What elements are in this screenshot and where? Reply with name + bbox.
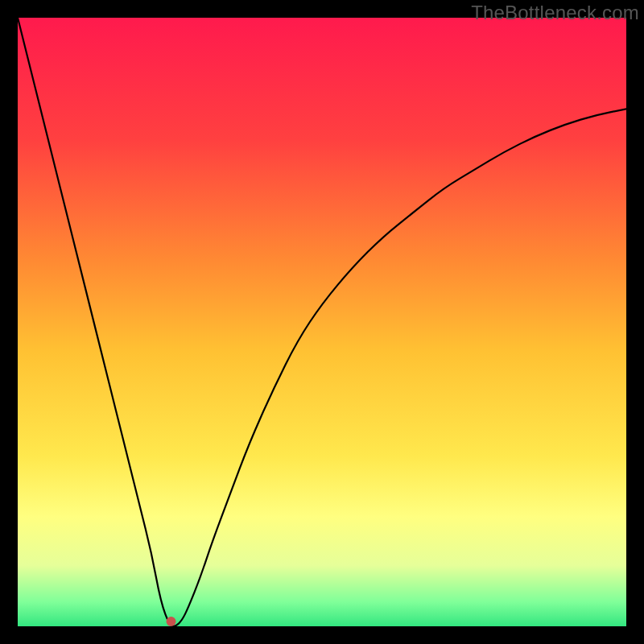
gradient-background: [18, 18, 626, 626]
chart-frame: [18, 18, 626, 626]
bottleneck-chart: [18, 18, 626, 626]
watermark-text: TheBottleneck.com: [471, 2, 639, 24]
minimum-marker: [167, 617, 176, 626]
